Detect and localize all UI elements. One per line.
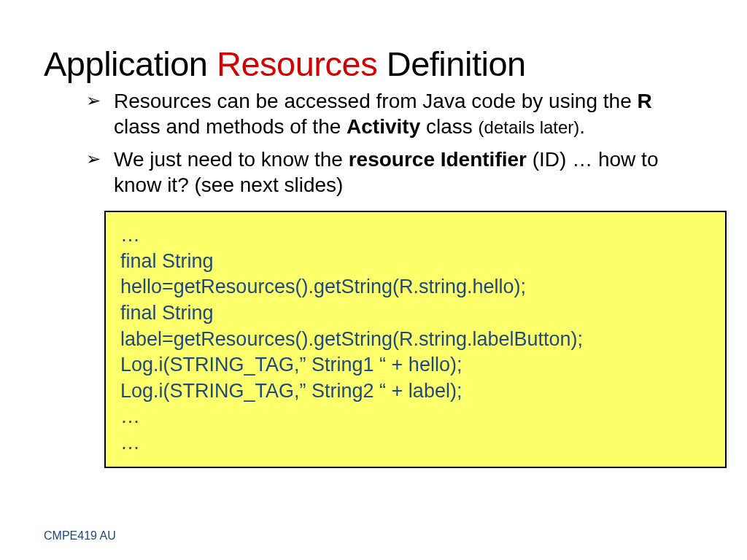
slide: Application Resources Definition Resourc… xyxy=(0,0,747,560)
bullet-item: We just need to know the resource Identi… xyxy=(86,147,703,198)
code-line: final String xyxy=(120,300,711,327)
code-line: … xyxy=(120,404,711,430)
text-run: (details later) xyxy=(479,117,580,137)
code-line: label=getResources().getString(R.string.… xyxy=(120,327,711,353)
title-part-3: Definition xyxy=(377,44,526,83)
bullet-list: Resources can be accessed from Java code… xyxy=(0,88,747,198)
slide-title: Application Resources Definition xyxy=(0,0,747,88)
bullet-item: Resources can be accessed from Java code… xyxy=(86,88,703,139)
text-run: Resources can be accessed from Java code… xyxy=(114,90,638,112)
code-block: … final String hello=getResources().getS… xyxy=(104,211,727,468)
title-part-1: Application xyxy=(44,44,217,83)
text-run: We just need to know the xyxy=(114,148,349,171)
text-run: class xyxy=(420,115,478,138)
text-run: R xyxy=(638,90,652,112)
code-line: … xyxy=(120,430,711,456)
code-line: … xyxy=(120,222,711,249)
code-line: Log.i(STRING_TAG,” String1 “ + hello); xyxy=(120,352,711,378)
code-line: hello=getResources().getString(R.string.… xyxy=(120,274,711,300)
text-run: resource Identifier xyxy=(349,148,527,171)
code-line: final String xyxy=(120,249,711,275)
text-run: class and methods of the xyxy=(114,115,347,138)
title-part-2: Resources xyxy=(217,44,377,83)
code-line: Log.i(STRING_TAG,” String2 “ + label); xyxy=(120,378,711,405)
slide-footer: CMPE419 AU xyxy=(44,529,116,542)
text-run: . xyxy=(579,115,585,138)
text-run: Activity xyxy=(347,115,420,138)
